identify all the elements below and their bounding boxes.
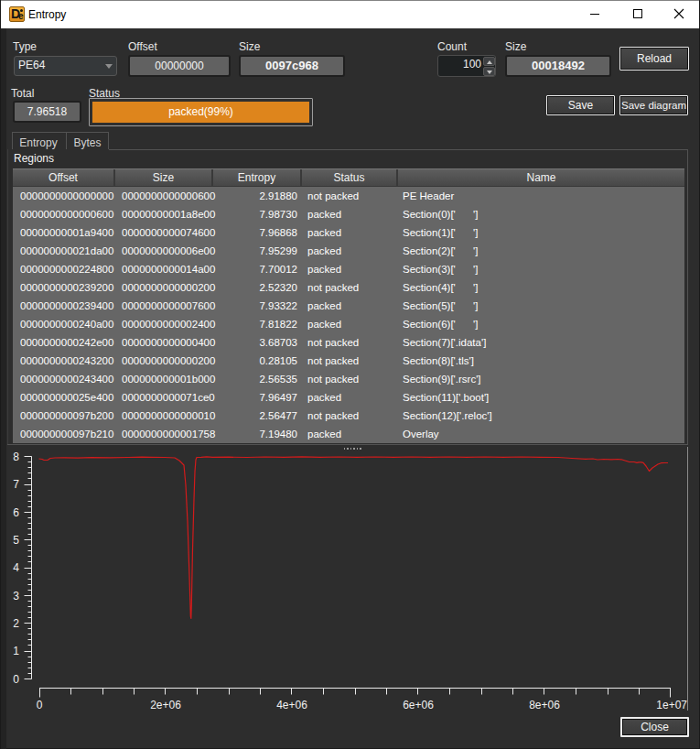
svg-text:4e+06: 4e+06 [276, 699, 307, 711]
svg-text:0: 0 [37, 699, 43, 711]
svg-text:8e+06: 8e+06 [529, 699, 560, 711]
svg-text:3: 3 [13, 590, 19, 602]
svg-text:6e+06: 6e+06 [403, 699, 434, 711]
svg-text:2: 2 [13, 617, 19, 630]
svg-text:4: 4 [13, 561, 19, 574]
svg-text:1: 1 [13, 645, 19, 657]
svg-text:6: 6 [13, 506, 19, 519]
svg-text:2e+06: 2e+06 [150, 699, 181, 711]
svg-text:5: 5 [13, 534, 19, 547]
svg-text:7: 7 [13, 478, 19, 491]
svg-text:8: 8 [13, 450, 19, 463]
svg-text:1e+07: 1e+07 [656, 699, 687, 711]
svg-text:0: 0 [13, 673, 19, 686]
